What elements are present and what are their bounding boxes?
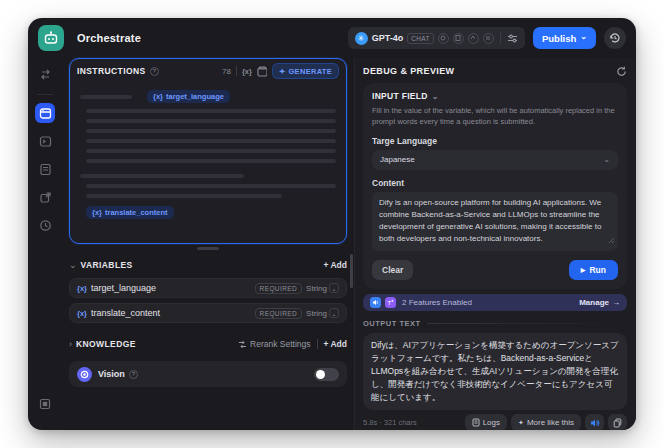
content-label: Content xyxy=(372,178,618,188)
divider xyxy=(236,66,237,76)
variables-header[interactable]: ⌄ VARIABLES + Add xyxy=(69,257,347,273)
left-icon-rail xyxy=(28,58,62,430)
speak-button[interactable] xyxy=(585,414,604,430)
rerank-settings-button[interactable]: Rerank Settings xyxy=(238,339,310,349)
instructions-header: INSTRUCTIONS ? 78 {x} ✦ GENERATE xyxy=(70,59,346,83)
knowledge-header[interactable]: › KNOWLEDGE Rerank Settings + Add xyxy=(69,336,347,352)
clear-label: Clear xyxy=(382,265,403,275)
variable-name: target_language xyxy=(91,283,156,293)
divider xyxy=(500,32,501,44)
rail-api-tab[interactable] xyxy=(35,131,55,151)
copy-icon xyxy=(613,418,622,428)
divider xyxy=(37,94,53,95)
sparkle-icon: ✦ xyxy=(279,67,286,76)
version-history-button[interactable] xyxy=(604,27,626,49)
variable-row-translate-content[interactable]: {x} translate_content REQUIRED String ⌄ xyxy=(69,303,347,323)
text-to-speech-feature-icon xyxy=(370,297,381,308)
input-field-header[interactable]: INPUT FIELD ⌄ xyxy=(372,91,618,101)
more-like-this-feature-icon: T xyxy=(385,297,396,308)
copy-output-button[interactable] xyxy=(608,414,627,430)
model-mode-badge: CHAT xyxy=(407,33,434,44)
redacted-text-bar xyxy=(86,129,336,133)
vision-eye-icon xyxy=(77,367,92,382)
variable-chip-translate-content[interactable]: {x} translate_content xyxy=(86,206,174,219)
rail-switch-app-button[interactable] xyxy=(35,64,55,84)
variable-chip-target-language[interactable]: {x} target_language xyxy=(147,90,230,103)
clear-button[interactable]: Clear xyxy=(372,260,413,280)
panel-resize-handle[interactable] xyxy=(197,247,219,250)
refresh-icon xyxy=(616,66,627,77)
publish-label: Publish xyxy=(542,33,576,44)
variable-name: translate_content xyxy=(91,308,160,318)
publish-button[interactable]: Publish ⌄ xyxy=(533,27,596,49)
variable-row-target-language[interactable]: {x} target_language REQUIRED String ⌄ xyxy=(69,278,347,298)
copy-prompt-icon[interactable] xyxy=(257,66,267,77)
more-like-this-button[interactable]: ✦ More like this xyxy=(511,414,581,430)
generate-label: GENERATE xyxy=(288,67,332,76)
input-field-title: INPUT FIELD xyxy=(372,91,428,101)
insert-variable-icon[interactable]: {x} xyxy=(242,67,252,76)
variable-prefix: {x} xyxy=(153,92,163,101)
char-count: 78 xyxy=(222,67,231,76)
swap-icon xyxy=(39,68,52,81)
add-label: Add xyxy=(330,339,347,349)
plus-icon: + xyxy=(324,260,329,270)
content-textarea[interactable]: Dify is an open-source platform for buil… xyxy=(372,192,618,251)
sparkle-icon: ✦ xyxy=(518,419,524,427)
add-knowledge-button[interactable]: + Add xyxy=(324,339,348,349)
target-language-label: Targe Language xyxy=(372,136,618,146)
variable-type[interactable]: String ⌄ xyxy=(306,283,339,293)
output-footer: 5.8s · 321 chars Logs ✦ More like this xyxy=(363,414,627,430)
variable-prefix: {x} xyxy=(77,309,87,318)
add-variable-button[interactable]: + Add xyxy=(324,260,348,270)
redacted-text-bar xyxy=(86,149,336,153)
rail-monitoring-tab[interactable] xyxy=(35,215,55,235)
model-settings-icon[interactable] xyxy=(507,33,518,44)
instructions-panel[interactable]: INSTRUCTIONS ? 78 {x} ✦ GENERATE xyxy=(69,58,347,244)
redacted-text-bar xyxy=(86,119,336,123)
chevron-down-icon: ⌄ xyxy=(603,155,610,164)
toggle-knob xyxy=(316,370,325,379)
run-button[interactable]: ▶ Run xyxy=(569,260,618,280)
rail-logs-tab[interactable] xyxy=(35,159,55,179)
add-label: Add xyxy=(330,260,347,270)
output-text-header: OUTPUT TEXT xyxy=(363,319,627,328)
rail-overview-tab[interactable] xyxy=(35,187,55,207)
resize-grip-icon[interactable] xyxy=(608,236,615,248)
input-field-card: INPUT FIELD ⌄ Fill in the value of the v… xyxy=(363,83,627,289)
prompt-editor[interactable]: {x} target_language {x} xyxy=(70,83,346,232)
divider xyxy=(317,339,318,349)
variable-type[interactable]: String ⌄ xyxy=(306,308,339,318)
help-icon: ? xyxy=(129,370,138,379)
document-list-icon xyxy=(39,163,52,176)
logs-icon xyxy=(472,418,480,427)
rail-orchestrate-tab[interactable] xyxy=(35,103,55,123)
redacted-text-bar xyxy=(80,174,244,178)
arrow-right-icon: → xyxy=(612,298,620,307)
scrollbar-thumb[interactable] xyxy=(350,254,353,288)
logs-button[interactable]: Logs xyxy=(465,414,507,430)
content-value: Dify is an open-source platform for buil… xyxy=(379,198,601,243)
chevron-right-icon: › xyxy=(69,340,72,349)
vision-feature-card: Vision ? xyxy=(69,361,347,387)
generate-button[interactable]: ✦ GENERATE xyxy=(272,63,339,79)
page-title: Orchestrate xyxy=(77,32,141,44)
generation-stats: 5.8s · 321 chars xyxy=(363,418,417,427)
model-name: GPT-4o xyxy=(372,33,404,43)
robot-icon xyxy=(43,30,59,46)
app-logo[interactable] xyxy=(38,25,64,51)
collapse-panel-button[interactable] xyxy=(35,394,55,414)
play-icon: ▶ xyxy=(581,266,586,273)
plus-icon: + xyxy=(324,339,329,349)
restart-button[interactable] xyxy=(616,66,627,77)
debug-preview-panel: DEBUG & PREVIEW INPUT FIELD ⌄ Fill in th… xyxy=(354,58,636,430)
vision-toggle[interactable] xyxy=(314,368,339,381)
logs-label: Logs xyxy=(483,418,500,427)
manage-features-button[interactable]: Manage → xyxy=(579,298,620,307)
run-label: Run xyxy=(589,265,606,275)
redacted-text-bar xyxy=(80,95,132,99)
model-selector[interactable]: ✳ GPT-4o CHAT xyxy=(348,27,525,49)
features-enabled-bar: T 2 Features Enabled Manage → xyxy=(363,294,627,311)
target-language-select[interactable]: Japanese ⌄ xyxy=(372,150,618,170)
type-label: String xyxy=(306,284,327,293)
